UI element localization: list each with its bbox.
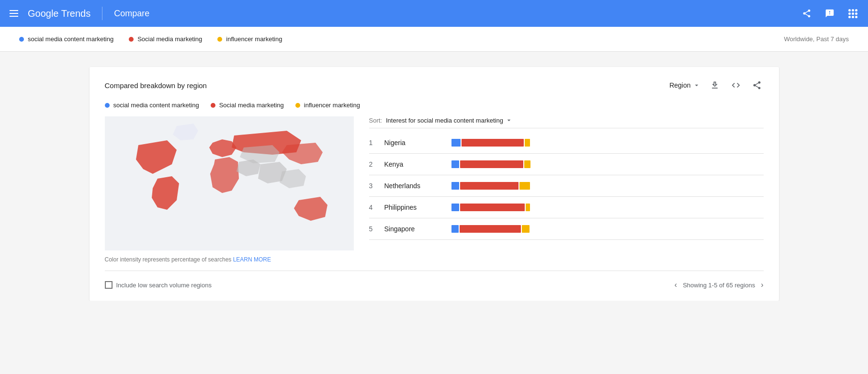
card-header-actions: Region	[669, 79, 763, 92]
share-card-icon[interactable]	[750, 79, 764, 92]
spacer	[0, 52, 868, 67]
bar-chart	[451, 204, 764, 211]
bar-yellow	[519, 182, 530, 190]
learn-more-link[interactable]: LEARN MORE	[233, 256, 271, 263]
world-map	[105, 116, 354, 250]
card-title: Compared breakdown by region	[105, 81, 207, 90]
bar-blue	[451, 139, 461, 147]
map-note-text: Color intensity represents percentage of…	[105, 256, 232, 263]
bar-yellow	[522, 225, 530, 233]
bar-red	[460, 225, 521, 233]
card-footer: Include low search volume regions ‹ Show…	[105, 271, 764, 289]
bar-red	[460, 182, 519, 190]
main-card: Compared breakdown by region Region soci…	[90, 67, 779, 301]
app-header: Google Trends Compare	[0, 0, 868, 27]
legend-label-1: social media content marketing	[113, 102, 199, 109]
rank-number: 4	[369, 204, 384, 211]
legend-item-3: influencer marketing	[295, 102, 360, 109]
rank-number: 5	[369, 225, 384, 233]
country-name: Kenya	[384, 160, 451, 168]
trend-item-2: Social media marketing	[129, 35, 202, 43]
card-legend: social media content marketing Social me…	[105, 102, 764, 109]
legend-dot-red	[211, 103, 215, 108]
legend-item-2: Social media marketing	[211, 102, 284, 109]
dot-yellow-1	[217, 37, 222, 42]
table-row: 5 Singapore	[369, 218, 764, 240]
checkbox-area: Include low search volume regions	[105, 281, 212, 289]
header-actions	[799, 6, 860, 21]
legend-dot-blue	[105, 103, 110, 108]
sort-dropdown[interactable]: Interest for social media content market…	[386, 116, 513, 124]
rank-number: 2	[369, 160, 384, 168]
bar-chart	[451, 182, 764, 190]
rank-number: 1	[369, 139, 384, 147]
rankings-list: 1 Nigeria 2 Kenya 3 Netherlands 4 Philip…	[369, 132, 764, 240]
rankings-area: Sort: Interest for social media content …	[369, 116, 764, 263]
embed-icon[interactable]	[729, 79, 743, 92]
download-icon[interactable]	[708, 79, 721, 92]
rank-number: 3	[369, 182, 384, 190]
pagination: ‹ Showing 1-5 of 65 regions ›	[675, 281, 764, 289]
low-volume-checkbox[interactable]	[105, 281, 113, 289]
map-note: Color intensity represents percentage of…	[105, 256, 354, 263]
table-row: 4 Philippines	[369, 197, 764, 218]
bar-chart	[451, 225, 764, 233]
bar-blue	[451, 225, 459, 233]
country-name: Nigeria	[384, 139, 451, 147]
bar-yellow	[524, 160, 530, 168]
table-row: 2 Kenya	[369, 154, 764, 175]
country-name: Singapore	[384, 225, 451, 233]
next-page-button[interactable]: ›	[761, 281, 763, 289]
bar-chart	[451, 139, 764, 147]
trend-label-2: Social media marketing	[137, 35, 202, 43]
bar-red	[460, 204, 525, 211]
country-name: Netherlands	[384, 182, 451, 190]
bar-blue	[451, 182, 459, 190]
country-name: Philippines	[384, 204, 451, 211]
prev-page-button[interactable]: ‹	[675, 281, 677, 289]
pagination-text: Showing 1-5 of 65 regions	[683, 282, 755, 289]
content-area: Color intensity represents percentage of…	[105, 116, 764, 263]
legend-item-1: social media content marketing	[105, 102, 199, 109]
bar-red	[460, 160, 523, 168]
dot-blue-1	[19, 37, 24, 42]
trend-item-1: social media content marketing	[19, 35, 113, 43]
table-row: 3 Netherlands	[369, 175, 764, 197]
bar-chart	[451, 160, 764, 168]
header-divider	[102, 7, 102, 20]
sort-bar: Sort: Interest for social media content …	[369, 116, 764, 128]
feedback-icon[interactable]	[822, 6, 837, 21]
app-name: Google Trends	[28, 8, 90, 19]
checkbox-label: Include low search volume regions	[116, 282, 212, 289]
legend-dot-yellow	[295, 103, 300, 108]
logo-area: Google Trends	[28, 8, 90, 19]
sort-value: Interest for social media content market…	[386, 117, 503, 124]
bar-blue	[451, 204, 459, 211]
region-label: Region	[669, 81, 690, 89]
dot-red-1	[129, 37, 134, 42]
share-icon[interactable]	[799, 6, 814, 21]
region-dropdown[interactable]: Region	[669, 81, 700, 89]
apps-icon[interactable]	[845, 6, 860, 21]
legend-label-2: Social media marketing	[219, 102, 284, 109]
bar-red	[462, 139, 524, 147]
legend-label-3: influencer marketing	[304, 102, 360, 109]
bar-yellow	[526, 204, 530, 211]
table-row: 1 Nigeria	[369, 132, 764, 154]
map-area: Color intensity represents percentage of…	[105, 116, 354, 263]
menu-button[interactable]	[8, 8, 20, 19]
card-header: Compared breakdown by region Region	[105, 79, 764, 92]
region-time: Worldwide, Past 7 days	[784, 35, 849, 43]
sort-label: Sort:	[369, 117, 382, 124]
trend-item-3: influencer marketing	[217, 35, 282, 43]
trend-label-3: influencer marketing	[226, 35, 282, 43]
bar-blue	[451, 160, 459, 168]
trend-bar: social media content marketing Social me…	[0, 27, 868, 52]
page-title: Compare	[114, 9, 149, 19]
trend-label-1: social media content marketing	[28, 35, 113, 43]
bar-yellow	[525, 139, 530, 147]
